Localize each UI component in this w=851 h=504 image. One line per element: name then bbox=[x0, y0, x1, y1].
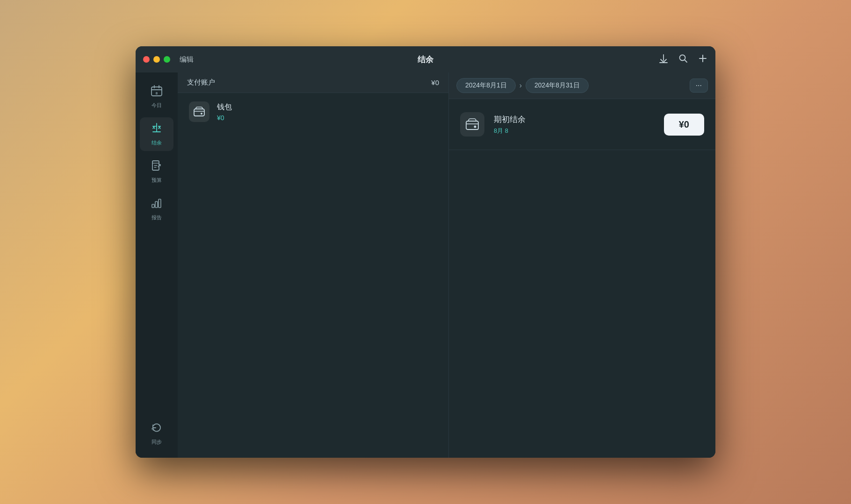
left-panel: 支付账户 ¥0 钱包 ¥0 bbox=[178, 72, 449, 458]
svg-point-10 bbox=[474, 126, 476, 128]
sidebar-item-report[interactable]: 报告 bbox=[140, 192, 173, 226]
edit-button[interactable]: 编辑 bbox=[180, 55, 194, 64]
svg-rect-4 bbox=[152, 204, 154, 208]
sidebar-label-balance: 结余 bbox=[151, 139, 162, 146]
budget-icon bbox=[151, 159, 163, 174]
opening-balance-icon bbox=[460, 112, 484, 137]
right-panel: 2024年8月1日 › 2024年8月31日 ··· bbox=[449, 72, 715, 458]
main-layout: 8 今日 结余 bbox=[136, 72, 715, 458]
wallet-icon bbox=[189, 101, 209, 122]
app-window: 编辑 结余 bbox=[136, 46, 715, 458]
sidebar-label-budget: 预算 bbox=[151, 177, 162, 184]
balance-scale-icon bbox=[151, 122, 163, 137]
svg-rect-6 bbox=[159, 199, 161, 208]
date-header: 2024年8月1日 › 2024年8月31日 ··· bbox=[449, 72, 715, 99]
wallet-info: 钱包 ¥0 bbox=[217, 102, 232, 122]
minimize-button[interactable] bbox=[153, 56, 160, 63]
accounts-header-value: ¥0 bbox=[431, 79, 439, 86]
maximize-button[interactable] bbox=[164, 56, 170, 63]
opening-balance-amount[interactable]: ¥0 bbox=[664, 114, 704, 136]
opening-balance-subtitle: 8月 8 bbox=[494, 127, 526, 135]
opening-balance-title: 期初结余 bbox=[494, 114, 526, 125]
calendar-icon: 8 bbox=[151, 85, 163, 100]
title-bar-actions bbox=[658, 53, 708, 66]
sync-icon bbox=[151, 421, 163, 436]
end-date-pill[interactable]: 2024年8月31日 bbox=[526, 78, 589, 93]
svg-rect-5 bbox=[155, 202, 158, 208]
traffic-lights bbox=[143, 56, 170, 63]
report-icon bbox=[151, 197, 163, 212]
sidebar: 8 今日 结余 bbox=[136, 72, 178, 458]
add-icon[interactable] bbox=[698, 53, 708, 66]
start-date-pill[interactable]: 2024年8月1日 bbox=[456, 78, 516, 93]
download-icon[interactable] bbox=[658, 53, 669, 66]
date-arrow-icon: › bbox=[519, 81, 522, 90]
svg-point-8 bbox=[201, 113, 202, 115]
svg-text:8: 8 bbox=[156, 91, 158, 95]
sidebar-item-budget[interactable]: 预算 bbox=[140, 155, 173, 188]
window-title: 结余 bbox=[418, 54, 433, 65]
wallet-account-item[interactable]: 钱包 ¥0 bbox=[178, 93, 448, 130]
sidebar-label-sync: 同步 bbox=[151, 439, 162, 446]
content-area: 支付账户 ¥0 钱包 ¥0 bbox=[178, 72, 715, 458]
sidebar-item-sync[interactable]: 同步 bbox=[140, 417, 173, 450]
wallet-name: 钱包 bbox=[217, 102, 232, 112]
svg-rect-7 bbox=[194, 109, 204, 116]
sidebar-item-today[interactable]: 8 今日 bbox=[140, 80, 173, 114]
sidebar-label-report: 报告 bbox=[151, 214, 162, 221]
search-icon[interactable] bbox=[678, 53, 688, 66]
left-panel-header: 支付账户 ¥0 bbox=[178, 72, 448, 93]
sidebar-label-today: 今日 bbox=[151, 102, 162, 109]
date-more-button[interactable]: ··· bbox=[690, 79, 708, 93]
title-bar: 编辑 结余 bbox=[136, 46, 715, 72]
opening-balance-info: 期初结余 8月 8 bbox=[494, 114, 526, 135]
svg-rect-9 bbox=[466, 121, 478, 130]
wallet-balance: ¥0 bbox=[217, 114, 232, 122]
sidebar-item-balance[interactable]: 结余 bbox=[140, 117, 173, 151]
opening-balance-section: 期初结余 8月 8 ¥0 bbox=[449, 99, 715, 150]
close-button[interactable] bbox=[143, 56, 150, 63]
accounts-header-title: 支付账户 bbox=[187, 78, 215, 87]
